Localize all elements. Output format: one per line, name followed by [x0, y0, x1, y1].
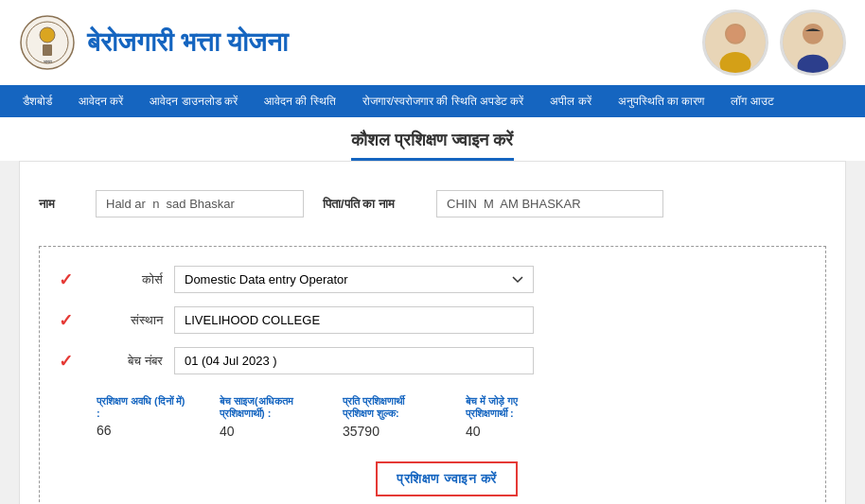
svg-rect-3 [43, 44, 52, 56]
nav-logout[interactable]: लॉग आउट [717, 85, 786, 117]
batch-input[interactable] [174, 347, 534, 374]
institute-check-icon: ✓ [59, 310, 73, 331]
stat-batch-size-value: 40 [220, 424, 235, 439]
main-content: नाम पिता/पति का नाम ✓ कोर्स Domestic Dat… [19, 161, 846, 504]
stat-duration: प्रशिक्षण अवधि (दिनों में) : 66 [97, 395, 191, 438]
avatar-2 [780, 9, 846, 76]
stat-fee-label: प्रति प्रशिक्षणार्थी प्रशिक्षण शुल्क: [343, 395, 437, 420]
svg-text:भारत: भारत [44, 59, 52, 64]
parent-input[interactable] [436, 190, 663, 217]
institute-label: संस्थान [97, 313, 163, 328]
stat-duration-value: 66 [97, 423, 112, 438]
nav-dashboard[interactable]: डैशबोर्ड [9, 85, 65, 117]
header-left: भारत बेरोजगारी भत्ता योजना [19, 14, 288, 71]
stat-fee: प्रति प्रशिक्षणार्थी प्रशिक्षण शुल्क: 35… [343, 395, 437, 439]
stat-batch-size: बेच साइज(अधिकतम प्रशिक्षणार्थी) : 40 [220, 395, 314, 439]
course-check-icon: ✓ [59, 269, 73, 290]
navbar: डैशबोर्ड आवेदन करें आवेदन डाउनलोड करें आ… [0, 85, 865, 117]
site-title: बेरोजगारी भत्ता योजना [87, 27, 288, 59]
svg-point-8 [727, 26, 744, 43]
page-title-bar: कौशल प्रशिक्षण ज्वाइन करें [0, 117, 865, 161]
emblem-icon: भारत [19, 14, 76, 71]
header: भारत बेरोजगारी भत्ता योजना [0, 0, 865, 85]
batch-check-icon: ✓ [59, 351, 73, 372]
nav-status[interactable]: आवेदन की स्थिति [251, 85, 349, 117]
stat-duration-label: प्रशिक्षण अवधि (दिनों में) : [97, 395, 191, 419]
stat-fee-value: 35790 [343, 424, 380, 439]
name-label: नाम [39, 197, 77, 212]
batch-label: बेच नंबर [97, 354, 163, 369]
nav-update[interactable]: रोजगार/स्वरोजगार की स्थिति अपडेट करें [349, 85, 538, 117]
stats-row: प्रशिक्षण अवधि (दिनों में) : 66 बेच साइज… [97, 388, 797, 446]
name-row: नाम पिता/पति का नाम [39, 181, 826, 227]
institute-input[interactable] [174, 306, 534, 334]
nav-appeal[interactable]: अपील करें [537, 85, 604, 117]
course-label: कोर्स [97, 272, 163, 287]
nav-apply[interactable]: आवेदन करें [65, 85, 136, 117]
nav-absence[interactable]: अनुपस्थिति का कारण [605, 85, 718, 117]
svg-point-12 [804, 26, 821, 43]
course-select[interactable]: Domestic Data entry Operator [174, 266, 534, 293]
form-box: ✓ कोर्स Domestic Data entry Operator ✓ स… [39, 246, 826, 504]
institute-row: ✓ संस्थान [97, 306, 797, 334]
header-avatars [702, 9, 846, 76]
svg-point-2 [40, 27, 55, 43]
batch-row: ✓ बेच नंबर [97, 347, 797, 374]
nav-download[interactable]: आवेदन डाउनलोड करें [136, 85, 251, 117]
name-input[interactable] [96, 190, 304, 217]
stat-joined: बेच में जोड़े गए प्रशिक्षणार्थी : 40 [466, 395, 560, 439]
avatar-1 [702, 9, 768, 76]
parent-label: पिता/पति का नाम [323, 197, 417, 212]
join-training-button[interactable]: प्रशिक्षण ज्वाइन करें [376, 461, 517, 496]
page-title: कौशल प्रशिक्षण ज्वाइन करें [351, 130, 513, 161]
course-row: ✓ कोर्स Domestic Data entry Operator [97, 266, 797, 293]
stat-batch-size-label: बेच साइज(अधिकतम प्रशिक्षणार्थी) : [220, 395, 314, 420]
stat-joined-label: बेच में जोड़े गए प्रशिक्षणार्थी : [466, 395, 560, 420]
stat-joined-value: 40 [466, 424, 481, 439]
